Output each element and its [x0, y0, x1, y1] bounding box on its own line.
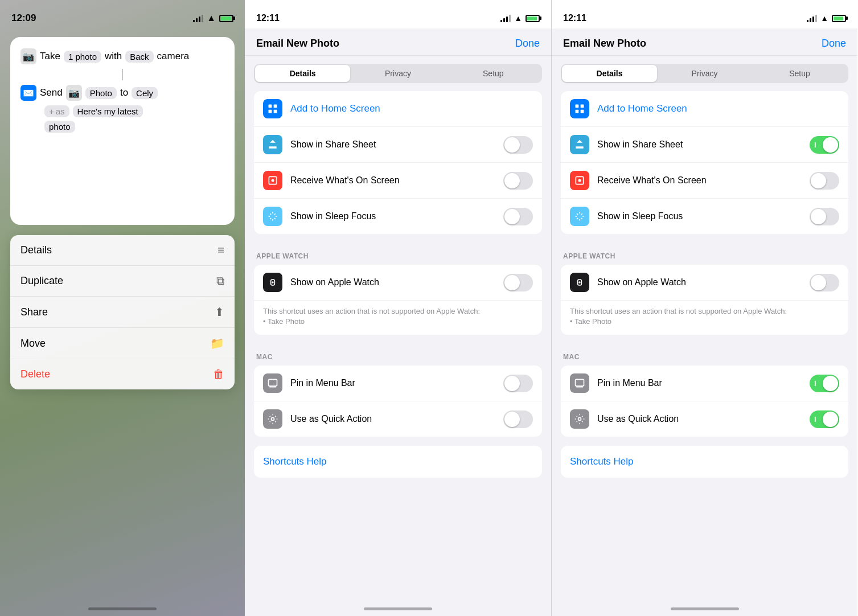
menu-item-share[interactable]: Share ⬆ [10, 297, 235, 328]
wifi-icon: ▲ [207, 13, 216, 23]
context-menu: Details ≡ Duplicate ⧉ Share ⬆ Move 📁 Del… [10, 235, 235, 389]
svg-rect-8 [269, 380, 277, 387]
add-to-home-label-3: Add to Home Screen [597, 103, 839, 114]
share-sheet-toggle-3[interactable]: I [810, 136, 839, 154]
status-bar-2: 12:11 ▲ [245, 0, 551, 28]
tab-privacy-2[interactable]: Privacy [350, 65, 445, 82]
svg-rect-2 [269, 110, 272, 113]
menu-bar-label-2: Pin in Menu Bar [290, 378, 503, 388]
screen-label-3: Receive What's On Screen [597, 175, 810, 186]
nav-done-2[interactable]: Done [515, 38, 540, 50]
svg-rect-1 [274, 105, 277, 108]
shortcut-card: 📷 Take 1 photo with Back camera ✉️ Send … [10, 37, 235, 225]
menu-bar-icon-3 [570, 373, 589, 393]
screen-toggle-2[interactable] [503, 172, 533, 190]
screen-icon-3 [570, 171, 589, 190]
settings-scroll-3: Add to Home Screen Show in Share Sheet I… [552, 91, 857, 608]
svg-rect-13 [581, 110, 584, 113]
menu-bar-row-3: Pin in Menu Bar I [561, 366, 848, 401]
time-1: 12:09 [11, 13, 36, 24]
menu-item-details[interactable]: Details ≡ [10, 235, 235, 266]
quick-action-label-2: Use as Quick Action [290, 414, 503, 424]
share-sheet-toggle-2[interactable] [503, 136, 533, 154]
menu-item-delete[interactable]: Delete 🗑 [10, 359, 235, 389]
menu-bar-icon-2 [263, 373, 282, 393]
action2-obj-pill[interactable]: Photo [85, 87, 117, 99]
duplicate-icon: ⧉ [216, 274, 224, 288]
tab-details-3[interactable]: Details [562, 65, 657, 82]
menu-details-label: Details [20, 244, 52, 256]
action-as-row: + as Here's my latest [44, 105, 224, 117]
action2-prep: to [120, 87, 128, 98]
menu-delete-label: Delete [20, 368, 50, 380]
menu-item-duplicate[interactable]: Duplicate ⧉ [10, 266, 235, 297]
shortcuts-help-3[interactable]: Shortcuts Help [570, 456, 634, 467]
quick-action-toggle-3[interactable]: I [810, 410, 839, 428]
screen-toggle-3[interactable] [810, 172, 839, 190]
help-card-2: Shortcuts Help [254, 446, 542, 478]
panel2: 12:11 ▲ Email New Photo Done Details Pri… [245, 0, 551, 616]
photo-label-row: photo [44, 122, 224, 132]
section-mac-2: MAC [254, 344, 542, 366]
signal-icon-2 [500, 14, 511, 22]
action2-recipient-pill[interactable]: Cely [132, 87, 158, 99]
screen-row-2: Receive What's On Screen [254, 163, 542, 199]
seg-control-2: Details Privacy Setup [254, 64, 542, 83]
tab-privacy-3[interactable]: Privacy [657, 65, 752, 82]
add-to-home-row-3[interactable]: Add to Home Screen [561, 91, 848, 127]
action1-pill[interactable]: 1 photo [64, 51, 101, 63]
quick-action-label-3: Use as Quick Action [597, 414, 810, 424]
plus-icon: + [49, 106, 54, 116]
seg-control-3: Details Privacy Setup [561, 64, 848, 83]
action-divider [122, 69, 123, 80]
tab-details-2[interactable]: Details [255, 65, 350, 82]
share-sheet-icon-2 [263, 135, 282, 154]
menu-bar-row-2: Pin in Menu Bar [254, 366, 542, 401]
apple-watch-label-3: Show on Apple Watch [597, 277, 810, 288]
tab-setup-2[interactable]: Setup [446, 65, 541, 82]
action1-prep: with [105, 51, 122, 62]
svg-point-17 [578, 281, 580, 283]
nav-title-3: Email New Photo [563, 38, 646, 50]
home-screen-card-3: Add to Home Screen Show in Share Sheet I… [561, 91, 848, 234]
photo-label-pill[interactable]: photo [44, 121, 75, 133]
menu-bar-toggle-3[interactable]: I [810, 375, 839, 392]
menu-bar-toggle-2[interactable] [503, 375, 533, 392]
add-to-home-row-2[interactable]: Add to Home Screen [254, 91, 542, 127]
status-icons-3: ▲ [807, 14, 846, 23]
action1-camera-pill[interactable]: Back [125, 51, 153, 63]
svg-rect-18 [576, 380, 584, 387]
screen-row-3: Receive What's On Screen [561, 163, 848, 199]
svg-point-15 [578, 179, 581, 182]
shortcuts-help-2[interactable]: Shortcuts Help [263, 456, 327, 467]
quick-action-row-2: Use as Quick Action [254, 401, 542, 437]
settings-scroll-2: Add to Home Screen Show in Share Sheet R… [245, 91, 551, 608]
apple-watch-toggle-3[interactable] [810, 274, 839, 291]
share-sheet-row-2: Show in Share Sheet [254, 127, 542, 163]
svg-point-5 [272, 179, 274, 182]
message-pill[interactable]: Here's my latest [73, 105, 143, 117]
svg-rect-11 [581, 105, 584, 108]
tab-setup-3[interactable]: Setup [752, 65, 847, 82]
action-send-photo: ✉️ Send 📷 Photo to Cely [20, 85, 224, 101]
apple-watch-row-2: Show on Apple Watch [254, 265, 542, 301]
section-apple-watch-3: APPLE WATCH [561, 243, 848, 265]
menu-move-label: Move [20, 338, 46, 350]
quick-action-toggle-2[interactable] [503, 410, 533, 428]
apple-watch-toggle-2[interactable] [503, 274, 533, 291]
details-icon: ≡ [217, 244, 224, 257]
sleep-focus-toggle-3[interactable] [810, 208, 839, 225]
panel3: 12:11 ▲ Email New Photo Done Details Pri… [551, 0, 857, 616]
plus-pill[interactable]: + as [44, 105, 69, 117]
share-icon: ⬆ [215, 305, 224, 319]
sleep-focus-toggle-2[interactable] [503, 208, 533, 225]
sleep-focus-label-2: Show in Sleep Focus [290, 211, 503, 221]
nav-bar-3: Email New Photo Done [552, 28, 857, 56]
apple-watch-icon-2 [263, 273, 282, 292]
sleep-focus-icon-2 [263, 207, 282, 226]
time-2: 12:11 [256, 13, 280, 23]
home-screen-icon-3 [570, 99, 589, 118]
menu-item-move[interactable]: Move 📁 [10, 328, 235, 359]
nav-done-3[interactable]: Done [822, 38, 846, 50]
svg-rect-0 [269, 105, 272, 108]
